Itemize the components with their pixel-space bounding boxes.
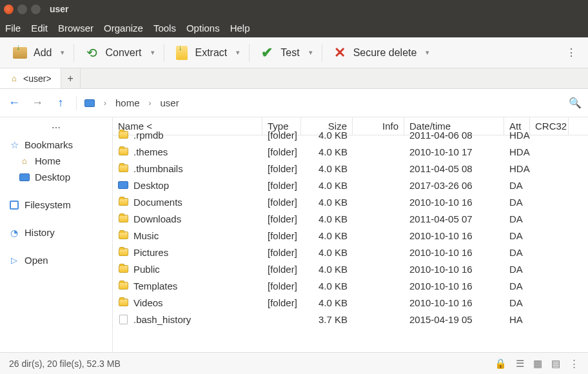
check-icon: ✔ (259, 45, 275, 61)
sidebar-filesystem[interactable]: Filesystem (0, 197, 112, 213)
sidebar-history[interactable]: ◔ History (0, 224, 112, 241)
table-row[interactable]: Music[folder]4.0 KB2010-10-10 16DA (113, 227, 588, 244)
nav-up[interactable]: ↑ (53, 96, 68, 110)
file-name: Public (133, 264, 160, 275)
file-size: 4.0 KB (301, 247, 353, 258)
tabstrip: ⌂ <user> + (0, 68, 588, 89)
file-name: .bash_history (133, 314, 191, 325)
file-type: [folder] (262, 213, 301, 224)
window-close[interactable] (4, 5, 14, 14)
menu-options[interactable]: Options (186, 23, 220, 34)
secure-delete-button[interactable]: ✕ Secure delete ▾ (325, 41, 436, 64)
table-row[interactable]: .bash_history3.7 KB2015-04-19 05HA (113, 311, 588, 328)
table-body: .rpmdb[folder]4.0 KB2011-04-06 08HDA.the… (113, 126, 588, 352)
separator (249, 44, 250, 62)
file-date: 2010-10-10 16 (404, 230, 504, 241)
table-row[interactable]: .rpmdb[folder]4.0 KB2011-04-06 08HDA (113, 126, 588, 143)
x-icon: ✕ (331, 45, 348, 61)
window-titlebar: user (0, 0, 588, 18)
sidebar-more[interactable]: ⋯ (0, 121, 112, 137)
test-label: Test (280, 47, 299, 59)
file-date: 2010-10-10 17 (404, 146, 504, 157)
view-icons-icon[interactable]: ▦ (533, 358, 542, 369)
table-row[interactable]: Desktop[folder]4.0 KB2017-03-26 06DA (113, 177, 588, 193)
table-row[interactable]: Templates[folder]4.0 KB2010-10-10 16DA (113, 277, 588, 294)
sidebar-home[interactable]: ⌂ Home (0, 153, 112, 169)
nav-back[interactable]: ← (6, 96, 22, 110)
extract-label: Extract (195, 47, 228, 59)
table-row[interactable]: .themes[folder]4.0 KB2010-10-10 17HDA (113, 143, 588, 160)
file-pane: Name < Type Size Info Date/time Att CRC3… (113, 117, 588, 352)
window-minimize[interactable] (17, 5, 27, 14)
chevron-down-icon[interactable]: ▾ (61, 48, 64, 57)
nav-forward[interactable]: → (30, 96, 45, 110)
table-row[interactable]: Downloads[folder]4.0 KB2011-04-05 07DA (113, 210, 588, 227)
file-name: Documents (133, 197, 182, 208)
file-date: 2010-10-10 16 (404, 280, 504, 291)
file-name: Pictures (133, 247, 168, 258)
test-button[interactable]: ✔ Test ▾ (252, 41, 318, 64)
file-type: [folder] (262, 247, 301, 258)
table-row[interactable]: Documents[folder]4.0 KB2010-10-10 16DA (113, 193, 588, 210)
status-overflow[interactable]: ⋮ (569, 358, 579, 369)
monitor-icon[interactable] (84, 98, 95, 108)
desktop-icon (118, 180, 128, 190)
view-list-icon[interactable]: ☰ (516, 358, 524, 369)
convert-button[interactable]: ⟲ Convert ▾ (77, 41, 161, 64)
menu-browser[interactable]: Browser (58, 23, 93, 34)
sidebar-bookmarks[interactable]: ☆ Bookmarks (0, 137, 112, 153)
breadcrumb: › home › user (84, 97, 179, 108)
home-icon: ⌂ (9, 74, 19, 84)
chevron-right-icon: › (149, 99, 152, 108)
window-maximize[interactable] (31, 5, 41, 14)
sidebar-desktop[interactable]: Desktop (0, 169, 112, 185)
status-text: 26 dir(s), 20 file(s), 52.3 MB (9, 359, 121, 369)
table-row[interactable]: Public[folder]4.0 KB2010-10-10 16DA (113, 261, 588, 277)
menu-help[interactable]: Help (230, 23, 250, 34)
chevron-down-icon[interactable]: ▾ (309, 48, 313, 57)
sidebar-label: Desktop (35, 172, 70, 182)
search-icon[interactable]: 🔍 (569, 97, 582, 109)
main-area: ⋯ ☆ Bookmarks ⌂ Home Desktop Filesystem … (0, 117, 588, 352)
chevron-down-icon[interactable]: ▾ (151, 48, 155, 57)
sidebar-label: Bookmarks (24, 139, 73, 150)
file-date: 2011-04-05 08 (404, 163, 504, 174)
extract-button[interactable]: Extract ▾ (167, 41, 247, 64)
toolbar-overflow[interactable]: ⋮ (560, 46, 583, 59)
file-size: 4.0 KB (301, 213, 353, 224)
breadcrumb-user[interactable]: user (161, 97, 179, 108)
lock-icon[interactable]: 🔒 (495, 358, 507, 369)
file-type: [folder] (262, 180, 301, 191)
table-row[interactable]: Videos[folder]4.0 KB2010-10-10 16DA (113, 294, 588, 311)
menu-tools[interactable]: Tools (153, 23, 176, 34)
file-attr: DA (504, 230, 530, 241)
add-button[interactable]: Add ▾ (5, 41, 71, 64)
file-size: 4.0 KB (301, 163, 353, 174)
window-title: user (50, 4, 69, 14)
table-row[interactable]: Pictures[folder]4.0 KB2010-10-10 16DA (113, 244, 588, 261)
file-attr: DA (504, 197, 530, 208)
convert-label: Convert (105, 47, 141, 59)
file-size: 4.0 KB (301, 297, 353, 308)
file-type: [folder] (262, 197, 301, 208)
menu-organize[interactable]: Organize (104, 23, 143, 34)
sidebar-open[interactable]: ▷ Open (0, 252, 112, 268)
menu-file[interactable]: File (5, 23, 21, 34)
chevron-down-icon[interactable]: ▾ (236, 48, 240, 57)
chevron-down-icon[interactable]: ▾ (426, 48, 429, 57)
view-details-icon[interactable]: ▤ (551, 358, 560, 369)
folder-icon (118, 280, 128, 291)
convert-icon: ⟲ (83, 45, 100, 61)
tab-add-button[interactable]: + (61, 68, 81, 88)
file-name: Templates (133, 280, 177, 291)
tab-user[interactable]: ⌂ <user> (0, 68, 61, 88)
file-name: Videos (133, 297, 163, 308)
add-icon (12, 45, 28, 61)
table-row[interactable]: .thumbnails[folder]4.0 KB2011-04-05 08HD… (113, 160, 588, 177)
folder-icon (118, 197, 128, 207)
file-size: 4.0 KB (301, 130, 353, 141)
breadcrumb-home[interactable]: home (115, 97, 140, 108)
folder-icon (118, 297, 128, 308)
menu-edit[interactable]: Edit (31, 23, 48, 34)
file-attr: DA (504, 213, 530, 224)
